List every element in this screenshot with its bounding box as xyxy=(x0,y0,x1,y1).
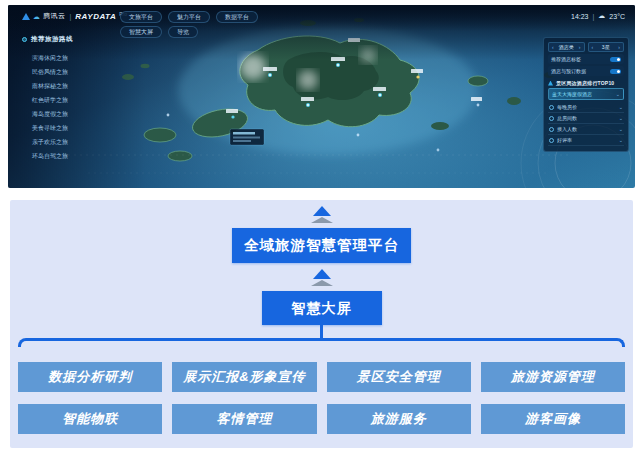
chevron-left-icon[interactable]: ‹ xyxy=(592,44,594,50)
metric-label: 总房间数 xyxy=(557,115,616,121)
capability-box: 客情管理 xyxy=(172,404,316,434)
toggle-row-booking[interactable]: 酒店与预订数据 xyxy=(548,66,624,76)
ranking-top-item[interactable]: 蓝天大海度假酒店 ⌄ xyxy=(548,88,624,100)
toggle-switch-icon[interactable] xyxy=(610,57,621,62)
chevron-down-icon: ⌄ xyxy=(616,92,620,97)
routes-sidebar: 推荐旅游路线 滨海休闲之旅民俗风情之旅雨林探秘之旅红色研学之旅海岛度假之旅美食寻… xyxy=(22,35,114,163)
brand-name: 腾讯云 xyxy=(43,11,66,21)
metric-row[interactable]: 每晚房价 ⌄ xyxy=(548,102,624,113)
route-item[interactable]: 亲子欢乐之旅 xyxy=(22,135,114,149)
hotel-star-value: 3星 xyxy=(602,44,610,50)
route-item[interactable]: 环岛自驾之旅 xyxy=(22,149,114,163)
clock-text: 14:23 xyxy=(571,13,589,20)
toggle-label: 推荐酒店标签 xyxy=(551,56,581,62)
up-arrow-icon xyxy=(311,206,333,223)
tab-pill[interactable]: 文旅平台 xyxy=(120,11,162,23)
arrow-blue-part xyxy=(313,206,331,216)
dashboard-topbar: ☁ 腾讯云 | RAYDATA Pro 文旅平台魅力平台数据平台 智慧大屏导览 … xyxy=(8,5,635,31)
tab-pill[interactable]: 魅力平台 xyxy=(168,11,210,23)
arrow-blue-part xyxy=(313,269,331,279)
tabs-row-1: 文旅平台魅力平台数据平台 xyxy=(120,11,258,23)
hotel-star-select[interactable]: ‹ 3星 › xyxy=(588,42,625,52)
connector-line xyxy=(320,325,323,338)
route-item[interactable]: 民俗风情之旅 xyxy=(22,65,114,79)
capability-box: 景区安全管理 xyxy=(327,362,471,392)
ranking-icon xyxy=(548,81,553,86)
clock-weather: 14:23 | ☁ 23°C xyxy=(571,12,625,20)
tab-pill[interactable]: 智慧大屏 xyxy=(120,26,162,38)
route-item[interactable]: 雨林探秘之旅 xyxy=(22,79,114,93)
chevron-right-icon[interactable]: › xyxy=(618,44,620,50)
metric-icon xyxy=(549,127,554,132)
dashboard-screenshot: ☁ 腾讯云 | RAYDATA Pro 文旅平台魅力平台数据平台 智慧大屏导览 … xyxy=(8,5,635,188)
metric-row[interactable]: 好评率 ⌄ xyxy=(548,135,624,146)
up-arrow-icon xyxy=(311,269,333,286)
capability-box: 展示汇报&形象宣传 xyxy=(172,362,316,392)
weather-icon: ☁ xyxy=(598,12,605,20)
chevron-left-icon[interactable]: ‹ xyxy=(552,44,554,50)
toggle-switch-icon[interactable] xyxy=(610,69,621,74)
chevron-down-icon: ⌄ xyxy=(619,116,623,121)
hotel-panel: ‹ 酒店类 › ‹ 3星 › 推荐酒店标签 酒店与预订数据 景区周边酒店排行TO… xyxy=(543,37,629,152)
metrics-list: 每晚房价 ⌄ 总房间数 ⌄ 接入人数 ⌄ 好评率 xyxy=(548,102,624,146)
routes-header: 推荐旅游路线 xyxy=(22,35,114,44)
radio-dot-icon xyxy=(22,37,27,42)
ranking-title: 景区周边酒店排行TOP10 xyxy=(556,80,614,86)
cloud-icon: ☁ xyxy=(33,13,40,20)
brand-logo: ☁ 腾讯云 | RAYDATA Pro xyxy=(22,11,127,21)
arrow-gray-part xyxy=(311,280,333,286)
route-item[interactable]: 美食寻味之旅 xyxy=(22,121,114,135)
arrow-gray-part xyxy=(311,217,333,223)
smart-screen-box: 智慧大屏 xyxy=(262,291,382,325)
hotel-filters: ‹ 酒店类 › ‹ 3星 › xyxy=(548,42,624,52)
metric-label: 好评率 xyxy=(557,137,616,143)
diagram-panel: 全域旅游智慧管理平台 智慧大屏 数据分析研判 展示汇报&形象宣传 景区安全管理 … xyxy=(10,200,633,448)
ranking-section-header: 景区周边酒店排行TOP10 xyxy=(548,80,624,86)
topbar-tabs: 文旅平台魅力平台数据平台 智慧大屏导览 xyxy=(120,11,258,38)
metric-icon xyxy=(549,116,554,121)
routes-title: 推荐旅游路线 xyxy=(31,35,73,44)
tabs-row-2: 智慧大屏导览 xyxy=(120,26,258,38)
chevron-down-icon: ⌄ xyxy=(619,138,623,143)
hotel-type-value: 酒店类 xyxy=(559,44,574,50)
route-item[interactable]: 海岛度假之旅 xyxy=(22,107,114,121)
hotel-type-select[interactable]: ‹ 酒店类 › xyxy=(548,42,585,52)
metric-icon xyxy=(549,105,554,110)
ranking-top-label: 蓝天大海度假酒店 xyxy=(552,91,592,97)
logo-triangle-icon xyxy=(22,13,30,20)
metric-label: 每晚房价 xyxy=(557,104,616,110)
product-name: RAYDATA xyxy=(75,12,116,21)
capability-box: 旅游资源管理 xyxy=(481,362,625,392)
temperature-text: 23°C xyxy=(609,13,625,20)
metric-row[interactable]: 总房间数 ⌄ xyxy=(548,113,624,124)
capability-box: 智能物联 xyxy=(18,404,162,434)
capability-box: 游客画像 xyxy=(481,404,625,434)
chevron-down-icon: ⌄ xyxy=(619,105,623,110)
route-item[interactable]: 红色研学之旅 xyxy=(22,93,114,107)
clock-separator: | xyxy=(593,13,595,20)
capability-grid: 数据分析研判 展示汇报&形象宣传 景区安全管理 旅游资源管理 智能物联 客情管理… xyxy=(18,362,625,434)
chevron-down-icon: ⌄ xyxy=(619,127,623,132)
metric-icon xyxy=(549,138,554,143)
chevron-right-icon[interactable]: › xyxy=(579,44,581,50)
platform-box: 全域旅游智慧管理平台 xyxy=(232,228,411,263)
routes-list: 滨海休闲之旅民俗风情之旅雨林探秘之旅红色研学之旅海岛度假之旅美食寻味之旅亲子欢乐… xyxy=(22,51,114,163)
metric-row[interactable]: 接入人数 ⌄ xyxy=(548,124,624,135)
logo-separator: | xyxy=(70,13,72,20)
metric-label: 接入人数 xyxy=(557,126,616,132)
toggle-label: 酒店与预订数据 xyxy=(551,68,586,74)
capability-box: 旅游服务 xyxy=(327,404,471,434)
capability-box: 数据分析研判 xyxy=(18,362,162,392)
route-item[interactable]: 滨海休闲之旅 xyxy=(22,51,114,65)
tab-pill[interactable]: 导览 xyxy=(168,26,198,38)
toggle-row-tags[interactable]: 推荐酒店标签 xyxy=(548,54,624,64)
bracket-connector xyxy=(18,338,625,347)
tab-pill[interactable]: 数据平台 xyxy=(216,11,258,23)
